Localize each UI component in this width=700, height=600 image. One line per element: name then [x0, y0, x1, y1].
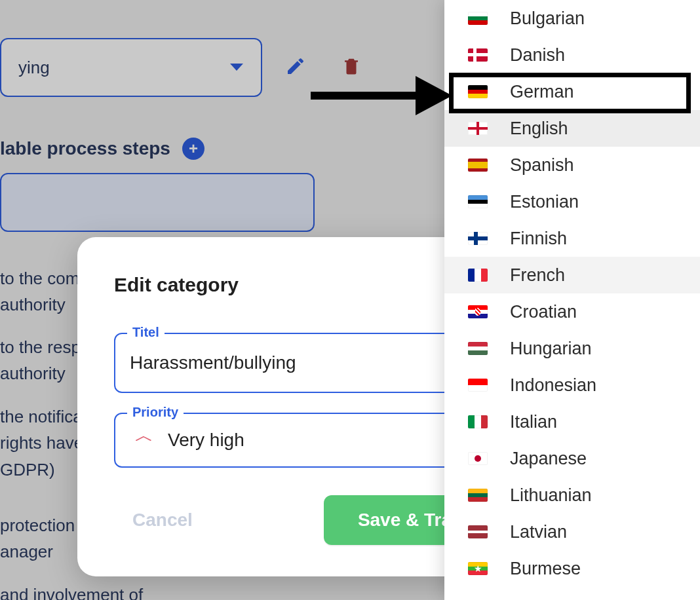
language-label: Japanese: [510, 449, 587, 469]
language-label: Latvian: [510, 522, 567, 542]
flag-icon-indonesian: [468, 379, 488, 392]
flag-icon-italian: [468, 415, 488, 428]
flag-icon-croatian: [468, 305, 488, 318]
language-option-croatian[interactable]: Croatian: [444, 293, 700, 330]
flag-icon-english: [468, 122, 488, 135]
language-label: Danish: [510, 45, 565, 66]
language-option-finnish[interactable]: Finnish: [444, 220, 700, 257]
flag-icon-french: [468, 269, 488, 282]
language-label: Italian: [510, 412, 557, 432]
language-dropdown: BulgarianDanishGermanEnglishSpanishEston…: [444, 0, 700, 600]
language-label: Lithuanian: [510, 485, 592, 506]
flag-icon-lithuanian: [468, 489, 488, 502]
flag-icon-hungarian: [468, 342, 488, 355]
title-field-legend: Titel: [127, 325, 165, 340]
language-option-bulgarian[interactable]: Bulgarian: [444, 0, 700, 37]
language-option-italian[interactable]: Italian: [444, 403, 700, 440]
language-option-english[interactable]: English: [444, 110, 700, 147]
flag-icon-finnish: [468, 232, 488, 245]
language-label: Finnish: [510, 229, 567, 249]
language-label: Spanish: [510, 155, 574, 176]
language-option-indonesian[interactable]: Indonesian: [444, 367, 700, 403]
flag-icon-german: [468, 85, 488, 98]
cancel-button[interactable]: Cancel: [114, 502, 211, 538]
language-option-japanese[interactable]: Japanese: [444, 440, 700, 477]
flag-icon-japanese: [468, 452, 488, 465]
language-option-burmese[interactable]: Burmese: [444, 550, 700, 587]
language-option-hungarian[interactable]: Hungarian: [444, 330, 700, 367]
flag-icon-bulgarian: [468, 12, 488, 25]
language-option-german[interactable]: German: [444, 73, 700, 110]
language-label: English: [510, 119, 568, 139]
flag-icon-spanish: [468, 159, 488, 172]
priority-value: Very high: [168, 430, 244, 451]
language-label: Hungarian: [510, 339, 592, 359]
language-label: Estonian: [510, 192, 579, 212]
priority-field-legend: Priority: [127, 405, 184, 420]
flag-icon-latvian: [468, 525, 488, 538]
svg-marker-1: [416, 76, 452, 115]
annotation-arrow-icon: [311, 71, 452, 121]
language-option-danish[interactable]: Danish: [444, 37, 700, 73]
flag-icon-estonian: [468, 195, 488, 208]
language-label: French: [510, 265, 565, 286]
language-option-lithuanian[interactable]: Lithuanian: [444, 477, 700, 514]
flag-icon-burmese: [468, 562, 488, 575]
language-option-latvian[interactable]: Latvian: [444, 514, 700, 550]
language-label: Indonesian: [510, 375, 596, 396]
language-label: Croatian: [510, 302, 577, 322]
language-option-estonian[interactable]: Estonian: [444, 183, 700, 220]
flag-icon-danish: [468, 48, 488, 62]
language-option-spanish[interactable]: Spanish: [444, 147, 700, 183]
language-label: Burmese: [510, 559, 581, 579]
language-label: Bulgarian: [510, 9, 585, 29]
language-label: German: [510, 82, 574, 102]
language-option-french[interactable]: French: [444, 257, 700, 293]
